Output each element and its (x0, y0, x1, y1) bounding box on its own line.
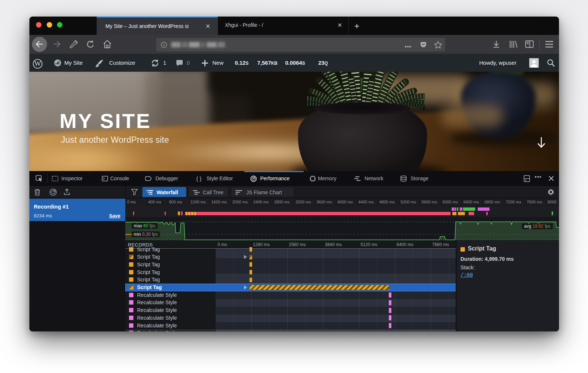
svg-text:W: W (35, 60, 41, 67)
